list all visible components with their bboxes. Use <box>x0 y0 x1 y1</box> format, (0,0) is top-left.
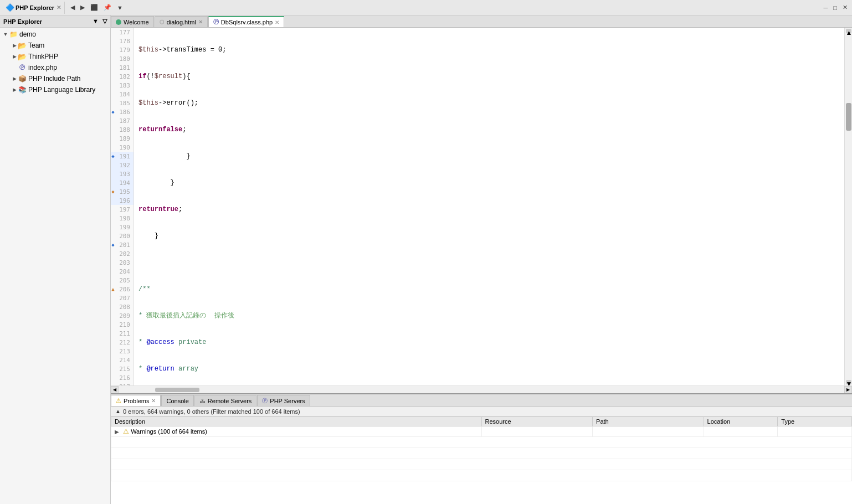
linenum-195: ◆195 <box>111 187 134 196</box>
linenum-200: 200 <box>111 232 134 240</box>
more-button[interactable]: ▼ <box>115 3 125 12</box>
horizontal-scrollbar[interactable]: ◀ ▶ <box>111 385 852 393</box>
explorer-close-icon[interactable]: ✕ <box>57 4 61 11</box>
sidebar-item-team[interactable]: ▶ 📂 Team <box>0 40 110 51</box>
sidebar-item-thinkphp[interactable]: ▶ 📂 ThinkPHP <box>0 51 110 62</box>
dbsqlsrv-tab-close[interactable]: ✕ <box>275 19 279 25</box>
tab-welcome[interactable]: Welcome <box>111 16 154 27</box>
linenum-204: 204 <box>111 267 134 276</box>
warnings-description[interactable]: ▶ ⚠ Warnings (100 of 664 items) <box>111 426 482 437</box>
minimize-button[interactable]: ─ <box>822 3 830 12</box>
php-explorer-icon: 🔷 <box>6 3 14 12</box>
table-body: ▶ ⚠ Warnings (100 of 664 items) <box>111 426 852 481</box>
col-location[interactable]: Location <box>704 417 778 426</box>
tab-problems[interactable]: ⚠ Problems ✕ <box>111 395 161 406</box>
code-line-181: } <box>134 152 844 161</box>
table-row-empty-2 <box>111 448 852 459</box>
linenum-181: 181 <box>111 63 134 72</box>
scrollbar-thumb[interactable] <box>846 103 851 131</box>
sidebar-item-include-path[interactable]: ▶ 📦 PHP Include Path <box>0 73 110 84</box>
bottom-panel: ⚠ Problems ✕ Console 🖧 Remote Servers Ⓟ … <box>111 393 852 504</box>
linenum-186: ◆186 <box>111 107 134 116</box>
linenum-180: 180 <box>111 54 134 63</box>
sidebar-menu-icon[interactable]: ▽ <box>102 18 107 25</box>
linenum-203: 203 <box>111 258 134 267</box>
bottom-tabs: ⚠ Problems ✕ Console 🖧 Remote Servers Ⓟ … <box>111 394 852 407</box>
linenum-192: 192 <box>111 161 134 169</box>
team-folder-icon: 📂 <box>18 41 27 50</box>
tab-dialog[interactable]: ⬡ dialog.html ✕ <box>155 16 208 27</box>
sidebar-title: PHP Explorer <box>3 18 42 25</box>
sidebar: PHP Explorer ▼ ▽ ▼ 📁 demo ▶ 📂 Team <box>0 16 111 504</box>
code-line-178: if(!$result){ <box>134 72 844 81</box>
status-collapse-icon[interactable]: ▲ <box>115 408 121 414</box>
dbsqlsrv-tab-icon: Ⓟ <box>213 18 219 26</box>
warnings-icon: ⚠ <box>123 428 129 435</box>
line-numbers: 177 178 179 180 181 182 183 184 185 ◆186… <box>111 28 134 385</box>
linenum-190: 190 <box>111 143 134 152</box>
sidebar-item-language-lib[interactable]: ▶ 📚 PHP Language Library <box>0 84 110 95</box>
linenum-178: 178 <box>111 37 134 45</box>
team-arrow: ▶ <box>11 42 18 49</box>
col-path[interactable]: Path <box>593 417 704 426</box>
linenum-212: 212 <box>111 338 134 347</box>
forward-button[interactable]: ▶ <box>78 3 87 12</box>
problems-status-text: 0 errors, 664 warnings, 0 others (Filter… <box>123 408 300 415</box>
code-line-187: * 獲取最後插入記錄の 操作後 <box>134 311 844 320</box>
code-line-182: } <box>134 178 844 187</box>
team-label: Team <box>28 42 44 49</box>
scrollbar-track[interactable] <box>845 34 852 379</box>
table-row-empty-1 <box>111 437 852 448</box>
vertical-scrollbar[interactable]: ▲ ▼ <box>844 28 852 385</box>
h-scroll-thumb[interactable] <box>155 388 199 392</box>
warnings-location <box>704 426 778 437</box>
warnings-expand-arrow[interactable]: ▶ <box>115 429 119 435</box>
warnings-label: Warnings (100 of 664 items) <box>131 428 207 435</box>
code-line-177: $this->transTimes = 0; <box>134 45 844 54</box>
sidebar-item-demo[interactable]: ▼ 📁 demo <box>0 29 110 40</box>
dialog-tab-label: dialog.html <box>167 19 196 25</box>
problems-tab-close[interactable]: ✕ <box>151 398 156 404</box>
sidebar-collapse-icon[interactable]: ▼ <box>93 18 99 25</box>
linenum-205: 205 <box>111 276 134 285</box>
col-resource[interactable]: Resource <box>481 417 593 426</box>
code-content[interactable]: $this->transTimes = 0; if(!$result){ $th… <box>134 28 844 385</box>
stop-button[interactable]: ⬛ <box>88 3 100 12</box>
index-label: index.php <box>28 64 57 71</box>
linenum-179: 179 <box>111 45 134 54</box>
problems-tab-icon: ⚠ <box>116 397 121 404</box>
language-lib-arrow: ▶ <box>11 86 18 93</box>
close-window-button[interactable]: ✕ <box>840 3 850 12</box>
scroll-up-arrow[interactable]: ▲ <box>846 29 851 33</box>
h-scroll-right[interactable]: ▶ <box>844 386 852 394</box>
tab-console[interactable]: Console <box>161 395 193 406</box>
linenum-193: 193 <box>111 169 134 178</box>
linenum-184: 184 <box>111 90 134 99</box>
linenum-182: 182 <box>111 72 134 81</box>
linenum-217: 217 <box>111 382 134 385</box>
linenum-198: 198 <box>111 214 134 223</box>
h-scroll-track[interactable] <box>119 387 844 393</box>
dialog-tab-close[interactable]: ✕ <box>198 19 203 25</box>
code-line-179: $this->error(); <box>134 99 844 107</box>
sidebar-item-index[interactable]: Ⓟ index.php <box>0 62 110 73</box>
remote-tab-label: Remote Servers <box>208 398 252 404</box>
console-tab-label: Console <box>166 398 188 404</box>
col-description[interactable]: Description <box>111 417 482 426</box>
back-button[interactable]: ◀ <box>68 3 77 12</box>
table-header: Description Resource Path Location Type <box>111 417 852 426</box>
h-scroll-left[interactable]: ◀ <box>111 386 119 394</box>
pin-button[interactable]: 📌 <box>101 3 114 12</box>
tab-dbsqlsrv[interactable]: Ⓟ DbSqlsrv.class.php ✕ <box>208 16 284 27</box>
table-row-warnings[interactable]: ▶ ⚠ Warnings (100 of 664 items) <box>111 426 852 437</box>
linenum-209: 209 <box>111 311 134 320</box>
linenum-185: 185 <box>111 99 134 107</box>
tab-php-servers[interactable]: Ⓟ PHP Servers <box>257 395 310 406</box>
tab-remote-servers[interactable]: 🖧 Remote Servers <box>194 395 256 406</box>
scroll-down-arrow[interactable]: ▼ <box>846 380 851 384</box>
maximize-button[interactable]: □ <box>831 3 839 12</box>
welcome-tab-label: Welcome <box>124 19 149 25</box>
col-type[interactable]: Type <box>778 417 852 426</box>
include-path-label: PHP Include Path <box>28 75 81 83</box>
thinkphp-arrow: ▶ <box>11 53 18 60</box>
